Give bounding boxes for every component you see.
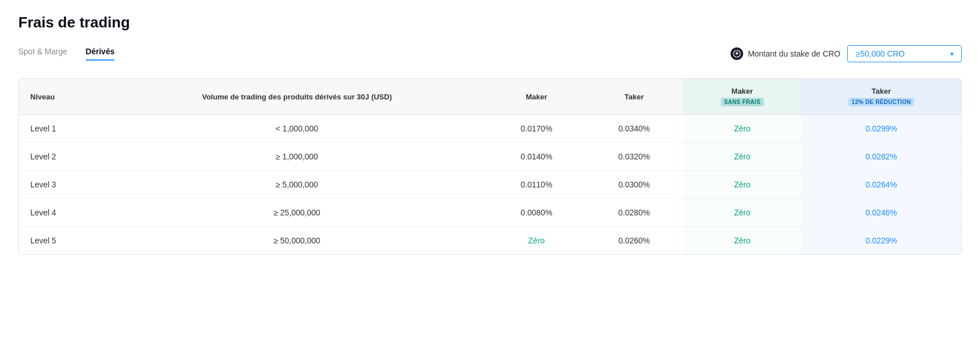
cell-volume-2: ≥ 5,000,000 <box>106 171 488 199</box>
col-header-maker-cro: Maker SANS FRAIS <box>683 79 802 115</box>
col-header-maker: Maker <box>487 79 585 115</box>
stake-label: Montant du stake de CRO <box>731 47 840 60</box>
table-row: Level 5 ≥ 50,000,000 Zéro 0.0260% Zéro 0… <box>19 227 961 255</box>
cell-taker-cro-3: 0.0246% <box>802 199 961 227</box>
col-header-taker-cro: Taker 12% DE RÉDUCTION <box>802 79 961 115</box>
col-maker-cro-label: Maker <box>695 87 790 95</box>
cell-maker-cro-2: Zéro <box>683 171 802 199</box>
cell-niveau-4: Level 5 <box>19 227 106 255</box>
cell-maker-4: Zéro <box>487 227 585 255</box>
cell-maker-2: 0.0110% <box>487 171 585 199</box>
tab-derives[interactable]: Dérivés <box>86 47 115 61</box>
cell-taker-cro-2: 0.0264% <box>802 171 961 199</box>
cell-taker-4: 0.0260% <box>585 227 683 255</box>
cell-maker-3: 0.0080% <box>487 199 585 227</box>
table-row: Level 4 ≥ 25,000,000 0.0080% 0.0280% Zér… <box>19 199 961 227</box>
cell-taker-cro-4: 0.0229% <box>802 227 961 255</box>
tabs-row: Spot & Marge Dérivés Montant du stake de… <box>18 45 962 62</box>
col-header-volume: Volume de trading des produits dérivés s… <box>106 79 488 115</box>
col-header-taker: Taker <box>585 79 683 115</box>
cell-taker-3: 0.0280% <box>585 199 683 227</box>
cell-niveau-2: Level 3 <box>19 171 106 199</box>
table-body: Level 1 < 1,000,000 0.0170% 0.0340% Zéro… <box>19 115 961 255</box>
fee-table-wrapper: Niveau Volume de trading des produits dé… <box>18 78 962 255</box>
col-header-niveau: Niveau <box>19 79 106 115</box>
cell-niveau-0: Level 1 <box>19 115 106 143</box>
page-title: Frais de trading <box>18 14 962 31</box>
cell-taker-cro-1: 0.0282% <box>802 143 961 171</box>
cell-taker-0: 0.0340% <box>585 115 683 143</box>
cell-maker-cro-3: Zéro <box>683 199 802 227</box>
cell-maker-cro-0: Zéro <box>683 115 802 143</box>
stake-selector: Montant du stake de CRO ≥50,000 CRO< 50,… <box>731 45 962 62</box>
cell-taker-2: 0.0300% <box>585 171 683 199</box>
cell-maker-0: 0.0170% <box>487 115 585 143</box>
col-taker-cro-label: Taker <box>813 87 950 95</box>
badge-sans-frais: SANS FRAIS <box>721 98 764 106</box>
table-row: Level 1 < 1,000,000 0.0170% 0.0340% Zéro… <box>19 115 961 143</box>
tabs-container: Spot & Marge Dérivés <box>18 47 114 61</box>
cro-icon <box>731 47 743 60</box>
stake-dropdown[interactable]: ≥50,000 CRO< 50,000 CRO≥ 500,000 CRO≥ 5,… <box>847 45 962 62</box>
cell-maker-cro-1: Zéro <box>683 143 802 171</box>
cell-volume-1: ≥ 1,000,000 <box>106 143 488 171</box>
stake-dropdown-wrapper[interactable]: ≥50,000 CRO< 50,000 CRO≥ 500,000 CRO≥ 5,… <box>847 45 962 62</box>
cell-niveau-1: Level 2 <box>19 143 106 171</box>
table-row: Level 3 ≥ 5,000,000 0.0110% 0.0300% Zéro… <box>19 171 961 199</box>
cell-volume-0: < 1,000,000 <box>106 115 488 143</box>
cell-volume-3: ≥ 25,000,000 <box>106 199 488 227</box>
cell-taker-1: 0.0320% <box>585 143 683 171</box>
table-header-row: Niveau Volume de trading des produits dé… <box>19 79 961 115</box>
stake-label-text: Montant du stake de CRO <box>748 49 840 58</box>
cell-maker-1: 0.0140% <box>487 143 585 171</box>
cell-taker-cro-0: 0.0299% <box>802 115 961 143</box>
cell-niveau-3: Level 4 <box>19 199 106 227</box>
tab-spot-marge[interactable]: Spot & Marge <box>18 47 68 61</box>
cell-volume-4: ≥ 50,000,000 <box>106 227 488 255</box>
badge-reduction: 12% DE RÉDUCTION <box>848 98 915 106</box>
table-row: Level 2 ≥ 1,000,000 0.0140% 0.0320% Zéro… <box>19 143 961 171</box>
cell-maker-cro-4: Zéro <box>683 227 802 255</box>
fee-table: Niveau Volume de trading des produits dé… <box>19 79 961 254</box>
